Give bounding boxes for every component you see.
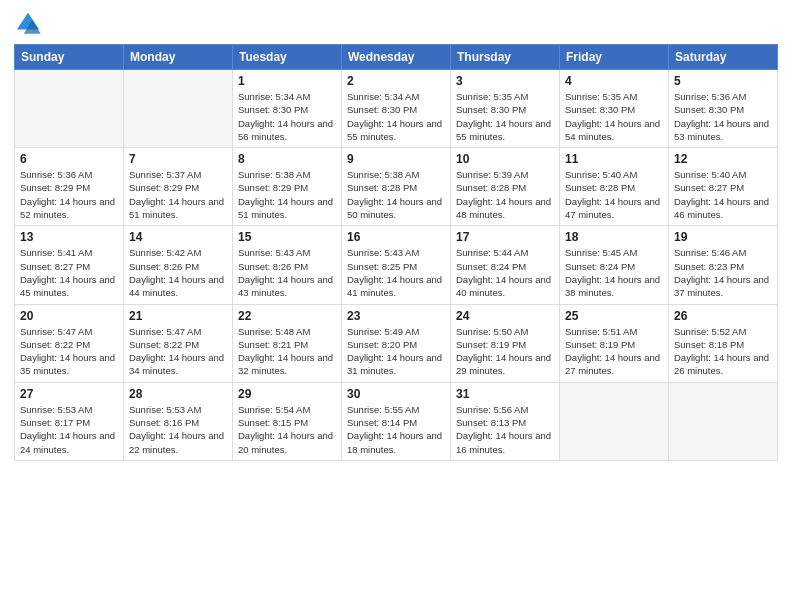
day-info: Sunrise: 5:48 AM Sunset: 8:21 PM Dayligh…: [238, 325, 336, 378]
calendar-cell: 18Sunrise: 5:45 AM Sunset: 8:24 PM Dayli…: [560, 226, 669, 304]
calendar-cell: 4Sunrise: 5:35 AM Sunset: 8:30 PM Daylig…: [560, 70, 669, 148]
weekday-header: Thursday: [451, 45, 560, 70]
day-number: 19: [674, 230, 772, 244]
day-info: Sunrise: 5:37 AM Sunset: 8:29 PM Dayligh…: [129, 168, 227, 221]
weekday-header: Sunday: [15, 45, 124, 70]
day-info: Sunrise: 5:35 AM Sunset: 8:30 PM Dayligh…: [456, 90, 554, 143]
day-info: Sunrise: 5:39 AM Sunset: 8:28 PM Dayligh…: [456, 168, 554, 221]
day-info: Sunrise: 5:50 AM Sunset: 8:19 PM Dayligh…: [456, 325, 554, 378]
calendar-cell: 24Sunrise: 5:50 AM Sunset: 8:19 PM Dayli…: [451, 304, 560, 382]
day-info: Sunrise: 5:44 AM Sunset: 8:24 PM Dayligh…: [456, 246, 554, 299]
day-number: 24: [456, 309, 554, 323]
calendar-cell: 27Sunrise: 5:53 AM Sunset: 8:17 PM Dayli…: [15, 382, 124, 460]
day-number: 8: [238, 152, 336, 166]
day-number: 17: [456, 230, 554, 244]
week-row: 1Sunrise: 5:34 AM Sunset: 8:30 PM Daylig…: [15, 70, 778, 148]
day-info: Sunrise: 5:43 AM Sunset: 8:25 PM Dayligh…: [347, 246, 445, 299]
calendar-cell: 11Sunrise: 5:40 AM Sunset: 8:28 PM Dayli…: [560, 148, 669, 226]
calendar-cell: 14Sunrise: 5:42 AM Sunset: 8:26 PM Dayli…: [124, 226, 233, 304]
day-info: Sunrise: 5:47 AM Sunset: 8:22 PM Dayligh…: [20, 325, 118, 378]
day-number: 5: [674, 74, 772, 88]
calendar-cell: 22Sunrise: 5:48 AM Sunset: 8:21 PM Dayli…: [233, 304, 342, 382]
calendar-cell: 20Sunrise: 5:47 AM Sunset: 8:22 PM Dayli…: [15, 304, 124, 382]
day-number: 14: [129, 230, 227, 244]
day-info: Sunrise: 5:34 AM Sunset: 8:30 PM Dayligh…: [238, 90, 336, 143]
day-number: 15: [238, 230, 336, 244]
day-info: Sunrise: 5:38 AM Sunset: 8:29 PM Dayligh…: [238, 168, 336, 221]
calendar-cell: 30Sunrise: 5:55 AM Sunset: 8:14 PM Dayli…: [342, 382, 451, 460]
calendar-cell: 6Sunrise: 5:36 AM Sunset: 8:29 PM Daylig…: [15, 148, 124, 226]
day-info: Sunrise: 5:40 AM Sunset: 8:27 PM Dayligh…: [674, 168, 772, 221]
calendar-cell: 31Sunrise: 5:56 AM Sunset: 8:13 PM Dayli…: [451, 382, 560, 460]
day-info: Sunrise: 5:53 AM Sunset: 8:16 PM Dayligh…: [129, 403, 227, 456]
day-number: 10: [456, 152, 554, 166]
day-info: Sunrise: 5:35 AM Sunset: 8:30 PM Dayligh…: [565, 90, 663, 143]
day-info: Sunrise: 5:40 AM Sunset: 8:28 PM Dayligh…: [565, 168, 663, 221]
day-info: Sunrise: 5:49 AM Sunset: 8:20 PM Dayligh…: [347, 325, 445, 378]
calendar-cell: 5Sunrise: 5:36 AM Sunset: 8:30 PM Daylig…: [669, 70, 778, 148]
calendar-cell: 17Sunrise: 5:44 AM Sunset: 8:24 PM Dayli…: [451, 226, 560, 304]
day-info: Sunrise: 5:34 AM Sunset: 8:30 PM Dayligh…: [347, 90, 445, 143]
weekday-header-row: SundayMondayTuesdayWednesdayThursdayFrid…: [15, 45, 778, 70]
day-info: Sunrise: 5:47 AM Sunset: 8:22 PM Dayligh…: [129, 325, 227, 378]
calendar-cell: 10Sunrise: 5:39 AM Sunset: 8:28 PM Dayli…: [451, 148, 560, 226]
day-number: 16: [347, 230, 445, 244]
calendar-cell: 21Sunrise: 5:47 AM Sunset: 8:22 PM Dayli…: [124, 304, 233, 382]
calendar-table: SundayMondayTuesdayWednesdayThursdayFrid…: [14, 44, 778, 461]
day-number: 2: [347, 74, 445, 88]
day-info: Sunrise: 5:54 AM Sunset: 8:15 PM Dayligh…: [238, 403, 336, 456]
day-info: Sunrise: 5:41 AM Sunset: 8:27 PM Dayligh…: [20, 246, 118, 299]
calendar-cell: 2Sunrise: 5:34 AM Sunset: 8:30 PM Daylig…: [342, 70, 451, 148]
weekday-header: Wednesday: [342, 45, 451, 70]
page-container: SundayMondayTuesdayWednesdayThursdayFrid…: [0, 0, 792, 469]
calendar-cell: 13Sunrise: 5:41 AM Sunset: 8:27 PM Dayli…: [15, 226, 124, 304]
day-info: Sunrise: 5:42 AM Sunset: 8:26 PM Dayligh…: [129, 246, 227, 299]
calendar-cell: 9Sunrise: 5:38 AM Sunset: 8:28 PM Daylig…: [342, 148, 451, 226]
day-number: 25: [565, 309, 663, 323]
calendar-cell: 15Sunrise: 5:43 AM Sunset: 8:26 PM Dayli…: [233, 226, 342, 304]
logo: [14, 10, 46, 38]
day-info: Sunrise: 5:53 AM Sunset: 8:17 PM Dayligh…: [20, 403, 118, 456]
week-row: 27Sunrise: 5:53 AM Sunset: 8:17 PM Dayli…: [15, 382, 778, 460]
calendar-cell: 3Sunrise: 5:35 AM Sunset: 8:30 PM Daylig…: [451, 70, 560, 148]
day-number: 22: [238, 309, 336, 323]
week-row: 6Sunrise: 5:36 AM Sunset: 8:29 PM Daylig…: [15, 148, 778, 226]
day-number: 27: [20, 387, 118, 401]
day-info: Sunrise: 5:36 AM Sunset: 8:30 PM Dayligh…: [674, 90, 772, 143]
day-number: 6: [20, 152, 118, 166]
calendar-cell: 16Sunrise: 5:43 AM Sunset: 8:25 PM Dayli…: [342, 226, 451, 304]
day-number: 4: [565, 74, 663, 88]
day-info: Sunrise: 5:45 AM Sunset: 8:24 PM Dayligh…: [565, 246, 663, 299]
calendar-cell: 19Sunrise: 5:46 AM Sunset: 8:23 PM Dayli…: [669, 226, 778, 304]
day-number: 31: [456, 387, 554, 401]
calendar-cell: [124, 70, 233, 148]
day-number: 11: [565, 152, 663, 166]
calendar-cell: 1Sunrise: 5:34 AM Sunset: 8:30 PM Daylig…: [233, 70, 342, 148]
day-number: 1: [238, 74, 336, 88]
day-info: Sunrise: 5:43 AM Sunset: 8:26 PM Dayligh…: [238, 246, 336, 299]
day-number: 21: [129, 309, 227, 323]
calendar-cell: 25Sunrise: 5:51 AM Sunset: 8:19 PM Dayli…: [560, 304, 669, 382]
calendar-cell: 28Sunrise: 5:53 AM Sunset: 8:16 PM Dayli…: [124, 382, 233, 460]
day-number: 3: [456, 74, 554, 88]
calendar-cell: 7Sunrise: 5:37 AM Sunset: 8:29 PM Daylig…: [124, 148, 233, 226]
calendar-cell: [560, 382, 669, 460]
day-number: 20: [20, 309, 118, 323]
day-number: 12: [674, 152, 772, 166]
calendar-cell: 12Sunrise: 5:40 AM Sunset: 8:27 PM Dayli…: [669, 148, 778, 226]
day-number: 23: [347, 309, 445, 323]
day-info: Sunrise: 5:46 AM Sunset: 8:23 PM Dayligh…: [674, 246, 772, 299]
weekday-header: Tuesday: [233, 45, 342, 70]
day-info: Sunrise: 5:55 AM Sunset: 8:14 PM Dayligh…: [347, 403, 445, 456]
week-row: 13Sunrise: 5:41 AM Sunset: 8:27 PM Dayli…: [15, 226, 778, 304]
day-number: 7: [129, 152, 227, 166]
day-number: 28: [129, 387, 227, 401]
weekday-header: Monday: [124, 45, 233, 70]
day-info: Sunrise: 5:56 AM Sunset: 8:13 PM Dayligh…: [456, 403, 554, 456]
day-number: 29: [238, 387, 336, 401]
day-info: Sunrise: 5:38 AM Sunset: 8:28 PM Dayligh…: [347, 168, 445, 221]
day-number: 30: [347, 387, 445, 401]
week-row: 20Sunrise: 5:47 AM Sunset: 8:22 PM Dayli…: [15, 304, 778, 382]
day-number: 18: [565, 230, 663, 244]
header: [14, 10, 778, 38]
